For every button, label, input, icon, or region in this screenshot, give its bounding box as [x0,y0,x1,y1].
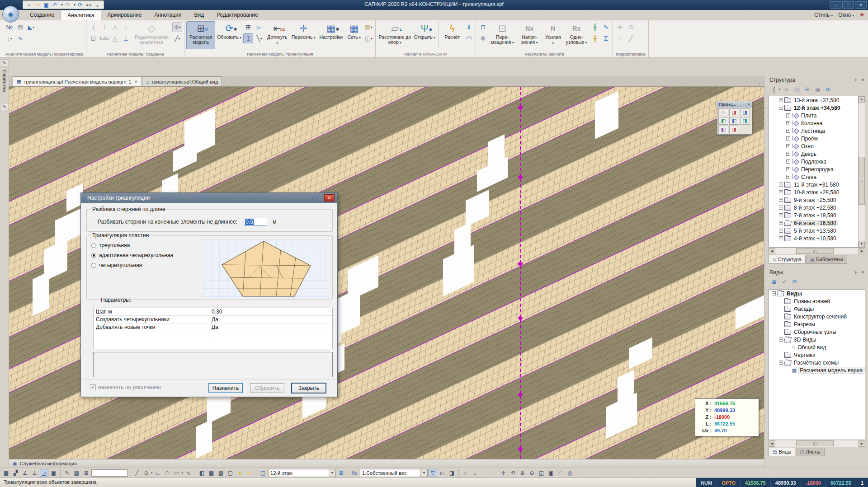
pin-icon[interactable]: ⊥ [854,271,859,274]
tree-expander[interactable]: + [786,121,790,125]
extend-rods-button[interactable]: ⇤x2Дотянуть ▾ [265,21,289,49]
more-filters-icon[interactable]: ⌄ [471,469,479,477]
filter-type-icon[interactable]: { [769,85,778,94]
close-dialog-button[interactable]: Закрыть [292,383,326,393]
lamp-off-icon[interactable]: ● [245,469,254,477]
assign-button[interactable]: Назначить [208,383,243,393]
mesh-button[interactable]: ▦Сеть ▾ [345,21,363,49]
edit-results-icon[interactable]: ✎ [601,22,611,32]
tab-list-chevron-icon[interactable]: ⌄ [758,80,761,86]
diagonal-line-icon[interactable]: ╲▾ [254,33,264,43]
layers-filter-icon[interactable]: ≣ [337,469,345,477]
tree-item[interactable]: +6-й этаж +16,580 [769,219,865,227]
editable-analytics-button[interactable]: ◇Редактируемая аналитика [132,21,171,49]
point-target-icon[interactable]: ⊕▾ [172,22,182,32]
close-button[interactable]: ✕ [855,1,867,9]
menu-tab-5[interactable]: Вид [188,10,210,20]
bench-results-icon[interactable]: ⊓ [478,22,488,32]
spring-support-icon[interactable]: ∿ [15,33,25,43]
tree-item[interactable]: +4-й этаж +10,580 [769,234,865,242]
tree-expander[interactable]: + [779,183,783,187]
panel-grid-icon[interactable]: ▦ [207,469,216,477]
projection-palette-titlebar[interactable]: Проекц... ✕ [717,101,752,108]
intersect-button[interactable]: ✛Пересечь ▾ [290,21,316,49]
proj-front-icon[interactable]: ◨ [740,108,750,116]
displacements-button[interactable]: ⊡Пере- мещения ▾ [489,21,516,49]
document-tab-2[interactable]: ⌂триангуляция.spf:Общий вид [142,76,222,86]
close-icon[interactable]: ✕ [861,78,864,82]
proj-right-icon[interactable]: ◧ [729,117,739,125]
tree-item[interactable]: +13-й этаж +37,580 [769,96,865,104]
reset-button[interactable]: Сбросить [250,383,284,393]
sapfir-logo-icon[interactable]: ◈ [2,6,19,23]
triangulation-settings-button[interactable]: ▦✱Настройки [317,21,344,49]
cursor-split-icon[interactable]: ▻ [254,22,264,32]
update-frame-icon[interactable]: ⊞ [243,22,253,32]
tree-item[interactable]: Сборочные узлы [769,328,865,336]
views-horizontal-scrollbar[interactable]: ◀|||▶ [769,440,865,447]
draw-circle-icon[interactable]: ⊙ [142,469,151,477]
minimize-button[interactable]: – [830,1,841,9]
distance-to-supports-button[interactable]: ▱LРасстояние до опор ▾ [377,21,412,49]
ibeam-elements-icon[interactable]: ⌶ [243,33,253,43]
support-pinned-icon[interactable]: ⊥ [88,22,98,32]
zoom-fit-icon[interactable]: ▣ [547,469,555,477]
cursor-filter-icon[interactable]: ▻ [438,469,447,477]
structure-horizontal-scrollbar[interactable]: ◀|||▶ [769,248,865,254]
tree-item[interactable]: Чертежи [769,351,865,359]
table-row[interactable]: Шаг, м0.30 [94,308,332,316]
tree-item[interactable]: Планы этажей [769,297,865,305]
zoom-out-icon[interactable]: ⊖ [528,469,536,477]
service-info-bar[interactable]: ◉ Служебная информация [9,459,764,468]
support-hinged2-icon[interactable]: △ [110,33,120,43]
forces-button[interactable]: NУсилия ▾ [543,21,563,49]
draw-spline-icon[interactable]: ∿ [184,469,193,477]
draw-line-icon[interactable]: ╱ [132,469,141,477]
tree-expander[interactable]: + [786,136,790,140]
proj-axonometry-icon[interactable]: ◇ [718,108,728,116]
align-nodes-icon[interactable]: ⁘ [615,33,625,43]
zoom-window-icon[interactable]: ◱ [537,469,546,477]
edit-pencil-icon[interactable]: ✎ [1,103,8,110]
single-node-button[interactable]: RxОдно- узловые ▾ [564,21,589,49]
close-tab-icon[interactable]: ✕ [134,80,138,84]
blank-icon[interactable] [26,33,36,43]
maximize-button[interactable]: □ [842,1,854,9]
tree-expander[interactable]: + [786,144,790,148]
tree-item[interactable]: +Лестница [769,127,865,135]
edit-sketch-icon[interactable]: ✎ [63,469,71,477]
draw-rect-icon[interactable]: ▭ [173,469,181,477]
structure-tab-структура[interactable]: ◇Структура [769,255,806,264]
open-in-lira-button[interactable]: Ψ◆Открыть ▾ [413,21,436,49]
tree-expander[interactable]: + [786,159,790,164]
tree-item[interactable]: ⌂Общий вид [769,343,865,351]
tree-expander[interactable]: + [779,229,783,233]
add-view-icon[interactable]: ⊞ [803,85,812,94]
tree-item[interactable]: +Окно [769,142,865,150]
tree-expander[interactable]: + [786,113,790,117]
pin-icon[interactable]: ⊥ [854,78,859,82]
menu-tab-2[interactable]: Аналитика [61,10,101,20]
menu-tab-4[interactable]: Аннотации [148,10,188,20]
tree-item[interactable]: Фасады [769,305,865,313]
tree-expander[interactable]: + [779,206,783,210]
tree-item[interactable]: +Плита [769,112,865,119]
default-checkbox[interactable]: ✔ назначить по умолчанию [90,384,161,390]
loadcase-select[interactable]: 1.Собственный вес▼ [360,469,428,477]
tree-item[interactable]: +7-й этаж +19,580 [769,211,865,219]
refresh-icon[interactable]: ⟳ [790,278,799,286]
tree-item[interactable]: +Стена [769,173,865,181]
snap-angle-icon[interactable]: ∠ [21,469,29,477]
rotate-copy-icon[interactable]: ⟲ [626,22,636,32]
tree-item[interactable]: ▦Расчетная модель вариа [769,366,865,374]
support-elastic-icon[interactable]: ⊥ [121,33,131,43]
edge-line-icon[interactable]: ╱ [626,33,636,43]
tree-expander[interactable]: + [779,213,783,217]
export-scheme-icon[interactable]: ⇓ [464,22,474,32]
segment-icon[interactable]: ╱▾ [172,33,182,43]
materials-book-icon[interactable]: ▤ [217,469,225,477]
tree-item[interactable]: −12-й этаж +34,580 [769,104,865,112]
tree-expander[interactable]: + [786,129,790,133]
update-model-button[interactable]: ⟳✱Обновить ▾ [216,21,242,49]
bridge-icon[interactable]: ◠ [464,33,474,43]
